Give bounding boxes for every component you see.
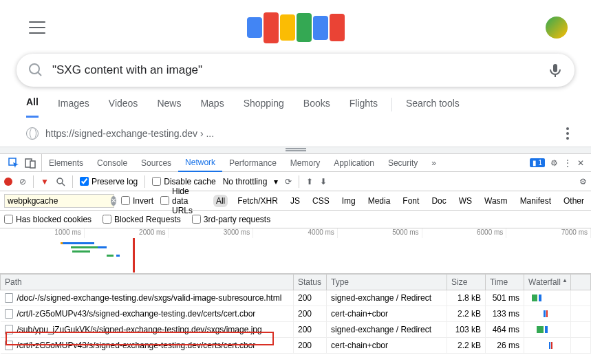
inspect-icon[interactable] — [8, 158, 19, 169]
record-icon[interactable] — [4, 178, 12, 186]
dt-tab-application[interactable]: Application — [327, 154, 381, 171]
throttling-select[interactable]: No throttling ▾ — [223, 177, 279, 186]
doc-icon — [5, 293, 13, 303]
device-icon[interactable] — [25, 158, 36, 169]
issues-badge[interactable]: ▮ 1 — [530, 158, 545, 167]
svg-line-1 — [38, 72, 41, 76]
search-tools[interactable]: Search tools — [406, 98, 460, 117]
type-other[interactable]: Other — [561, 195, 587, 207]
type-img[interactable]: Img — [339, 195, 358, 207]
google-doodle[interactable] — [247, 7, 345, 48]
third-party-cb[interactable]: 3rd-party requests — [192, 215, 270, 224]
type-font[interactable]: Font — [400, 195, 422, 207]
tab-images[interactable]: Images — [58, 98, 89, 117]
dt-tab-elements[interactable]: Elements — [42, 154, 90, 171]
tab-videos[interactable]: Videos — [109, 98, 138, 117]
table-row[interactable]: /doc/-/s/signed-exchange-testing.dev/sxg… — [1, 290, 591, 306]
type-ws[interactable]: WS — [456, 195, 475, 207]
col-waterfall: Waterfall▲ — [524, 275, 571, 290]
type-manifest[interactable]: Manifest — [517, 195, 554, 207]
disable-cache[interactable]: Disable cache — [152, 177, 215, 186]
col-type: Type — [327, 275, 447, 290]
dt-tab-sources[interactable]: Sources — [134, 154, 178, 171]
menu-icon[interactable] — [29, 21, 45, 34]
kebab-icon[interactable]: ⋮ — [563, 158, 572, 168]
dt-tab-more[interactable]: » — [425, 154, 443, 171]
timeline[interactable]: 1000 ms 2000 ms 3000 ms 4000 ms 5000 ms … — [0, 228, 591, 274]
type-media[interactable]: Media — [365, 195, 394, 207]
preserve-log[interactable]: Preserve log — [80, 177, 138, 186]
invert-cb[interactable]: Invert — [121, 196, 153, 206]
network-table: Path Status Type Size Time Waterfall▲ /d… — [0, 274, 591, 354]
table-header[interactable]: Path Status Type Size Time Waterfall▲ — [1, 275, 591, 290]
doc-icon — [5, 325, 13, 334]
network-filter-bar: ✕ Invert Hide data URLs All Fetch/XHR JS… — [0, 191, 591, 211]
tab-news[interactable]: News — [157, 98, 181, 117]
type-all[interactable]: All — [213, 195, 228, 207]
search-result[interactable]: https://signed-exchange-testing.dev › ..… — [17, 120, 574, 147]
tab-maps[interactable]: Maps — [200, 98, 224, 117]
download-icon[interactable]: ⬇ — [320, 177, 327, 186]
svg-point-7 — [57, 178, 63, 184]
gear-icon[interactable]: ⚙ — [579, 177, 587, 186]
clear-filter-icon[interactable]: ✕ — [111, 196, 116, 206]
hide-urls-cb[interactable]: Hide data URLs — [160, 186, 206, 215]
blocked-requests-cb[interactable]: Blocked Requests — [103, 215, 181, 224]
tab-flights[interactable]: Flights — [350, 98, 378, 117]
svg-rect-2 — [553, 64, 557, 72]
devtools-drag-handle[interactable] — [0, 147, 591, 153]
filter-input[interactable] — [8, 196, 111, 206]
dt-tab-network[interactable]: Network — [178, 155, 222, 172]
type-fetch[interactable]: Fetch/XHR — [235, 195, 281, 207]
globe-icon — [26, 127, 39, 140]
svg-rect-6 — [30, 161, 35, 168]
dt-tab-console[interactable]: Console — [90, 154, 134, 171]
result-url: https://signed-exchange-testing.dev › ..… — [45, 128, 214, 139]
col-time: Time — [486, 275, 524, 290]
type-css[interactable]: CSS — [310, 195, 332, 207]
gear-icon[interactable]: ⚙ — [550, 158, 558, 168]
close-icon[interactable]: ✕ — [577, 158, 584, 168]
tab-shopping[interactable]: Shopping — [244, 98, 284, 117]
network-conditions-icon[interactable]: ⟳ — [285, 177, 292, 186]
type-wasm[interactable]: Wasm — [482, 195, 511, 207]
tab-books[interactable]: Books — [303, 98, 330, 117]
doc-icon — [5, 309, 13, 319]
col-status: Status — [294, 275, 327, 290]
search-tabs: All Images Videos News Maps Shopping Boo… — [17, 96, 574, 118]
upload-icon[interactable]: ⬆ — [306, 177, 313, 186]
dt-tab-performance[interactable]: Performance — [222, 154, 283, 171]
type-js[interactable]: JS — [288, 195, 303, 207]
clear-icon[interactable]: ⊘ — [19, 177, 26, 186]
network-toolbar: ⊘ ▼ Preserve log Disable cache No thrott… — [0, 172, 591, 191]
table-row[interactable]: /sub/ypu_jZuGukVK/s/signed-exchange-test… — [1, 322, 591, 338]
blocked-cookies-cb[interactable]: Has blocked cookies — [4, 215, 92, 224]
table-row[interactable]: /crt/l-zG5oMUPv43/s/signed-exchange-test… — [1, 306, 591, 322]
search-icon[interactable] — [56, 177, 65, 186]
filter-icon[interactable]: ▼ — [41, 177, 49, 186]
svg-point-0 — [30, 64, 39, 74]
search-input[interactable] — [52, 63, 539, 77]
col-path: Path — [1, 275, 294, 290]
devtools-tabs: Elements Console Sources Network Perform… — [0, 154, 591, 172]
search-box[interactable] — [17, 54, 574, 87]
type-doc[interactable]: Doc — [429, 195, 449, 207]
dt-tab-memory[interactable]: Memory — [283, 154, 327, 171]
svg-line-8 — [62, 183, 65, 186]
table-row[interactable]: /crt/l-zG5oMUPv43/s/signed-exchange-test… — [1, 338, 591, 354]
doc-icon — [5, 341, 13, 350]
col-size: Size — [447, 275, 486, 290]
mic-icon[interactable] — [547, 62, 563, 78]
kebab-icon[interactable] — [566, 127, 569, 140]
dt-tab-security[interactable]: Security — [381, 154, 425, 171]
tab-all[interactable]: All — [26, 96, 39, 118]
avatar[interactable] — [546, 17, 568, 39]
search-icon — [28, 62, 44, 78]
